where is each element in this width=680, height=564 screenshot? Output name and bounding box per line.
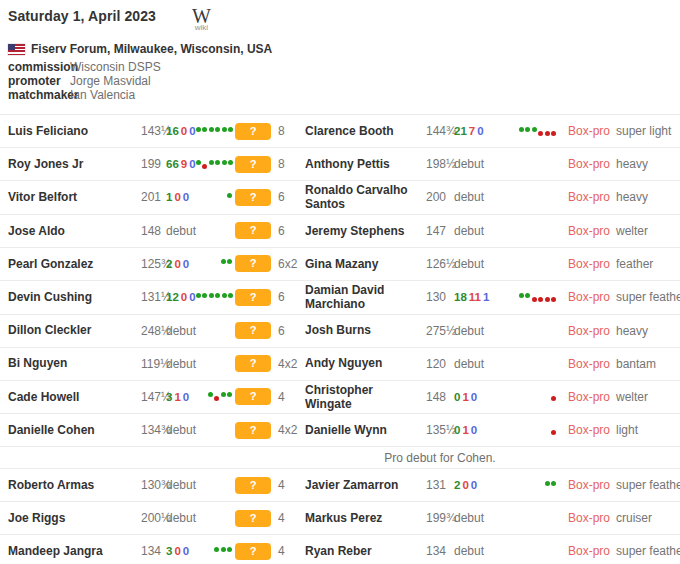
fighter2-name-link[interactable]: Josh Burns	[300, 323, 426, 337]
sport-link[interactable]: Box-pro	[558, 257, 610, 271]
fighter2-name-link[interactable]: Ryan Reber	[300, 544, 426, 558]
fighter2-record: debut	[454, 324, 484, 338]
fighter1-weight: 134	[141, 544, 166, 558]
fighter1-weight: 248½	[141, 324, 166, 338]
sport-link[interactable]: Box-pro	[558, 357, 610, 371]
fighter2-name-link[interactable]: Javier Zamarron	[300, 478, 426, 492]
fight-details-button[interactable]: ?	[235, 255, 271, 272]
fighter1-record-cell: debut	[166, 357, 234, 371]
meta-label: matchmaker	[8, 88, 70, 102]
fight-row: Cade Howell 147½ 310 ? 4 Christopher Win…	[0, 380, 680, 414]
sport-link[interactable]: Box-pro	[558, 290, 610, 304]
weight-class: super feather	[610, 290, 680, 304]
fighter1-name-link[interactable]: Vitor Belfort	[8, 190, 141, 204]
fighter1-last6-dots	[196, 291, 234, 304]
fighter1-last6-dots	[214, 545, 232, 558]
fighter1-weight: 143½	[141, 124, 166, 138]
fighter1-name-link[interactable]: Jose Aldo	[8, 224, 141, 238]
fighter2-last6-dots	[519, 125, 557, 138]
fighter1-name-link[interactable]: Mandeep Jangra	[8, 544, 141, 558]
sport-link[interactable]: Box-pro	[558, 324, 610, 338]
fighter2-record: debut	[454, 257, 484, 271]
fighter2-record-cell: debut	[454, 544, 558, 558]
fight-details-button[interactable]: ?	[235, 322, 271, 339]
fight-row: Jose Aldo 148 debut ? 6 Jeremy Stephens …	[0, 214, 680, 247]
fight-details-button[interactable]: ?	[235, 510, 271, 527]
fighter2-name-link[interactable]: Markus Perez	[300, 511, 426, 525]
fighter1-weight: 119½	[141, 357, 166, 371]
fighter2-weight: 198½	[426, 157, 454, 171]
weight-class: feather	[610, 257, 680, 271]
fighter2-record-cell: 2170	[454, 125, 558, 138]
fighter2-name-link[interactable]: Andy Nguyen	[300, 356, 426, 370]
fight-details-button[interactable]: ?	[235, 422, 271, 439]
fighter2-name-link[interactable]: Gina Mazany	[300, 257, 426, 271]
fighter2-weight: 130	[426, 290, 454, 304]
fighter1-name-link[interactable]: Pearl Gonzalez	[8, 257, 141, 271]
fighter1-weight: 201	[141, 190, 166, 204]
venue-link[interactable]: Fiserv Forum, Milwaukee, Wisconsin, USA	[8, 42, 680, 56]
fight-details-button[interactable]: ?	[235, 355, 271, 372]
fighter1-weight: 130¾	[141, 478, 166, 492]
sport-link[interactable]: Box-pro	[558, 124, 610, 138]
fighter1-record-cell: 1600	[166, 125, 234, 138]
sport-link[interactable]: Box-pro	[558, 511, 610, 525]
fight-details-button[interactable]: ?	[235, 543, 271, 560]
fighter2-name-link[interactable]: Jeremy Stephens	[300, 224, 426, 238]
fighter2-name-link[interactable]: Christopher Wingate	[300, 383, 426, 412]
fighter2-name-link[interactable]: Danielle Wynn	[300, 423, 426, 437]
fight-details-button[interactable]: ?	[235, 388, 271, 405]
fighter2-weight: 135½	[426, 423, 454, 437]
fighter1-name-link[interactable]: Danielle Cohen	[8, 423, 141, 437]
fighter1-name-link[interactable]: Roy Jones Jr	[8, 157, 141, 171]
fighter1-name-link[interactable]: Joe Riggs	[8, 511, 141, 525]
fighter2-record-cell: 200	[454, 479, 558, 492]
sport-link[interactable]: Box-pro	[558, 544, 610, 558]
weight-class: super feather	[610, 478, 680, 492]
fight-details-button[interactable]: ?	[235, 189, 271, 206]
fighter2-weight: 126½	[426, 257, 454, 271]
fight-details-button[interactable]: ?	[235, 222, 271, 239]
fight-row: Vitor Belfort 201 100 ? 6 Ronaldo Carval…	[0, 180, 680, 214]
fighter1-name-link[interactable]: Cade Howell	[8, 390, 141, 404]
scheduled-rounds: 8	[272, 157, 300, 171]
fighter2-weight: 120	[426, 357, 454, 371]
fight-details-button[interactable]: ?	[235, 123, 271, 140]
weight-class: super light	[610, 124, 680, 138]
sport-link[interactable]: Box-pro	[558, 224, 610, 238]
fighter2-record-cell: debut	[454, 157, 558, 171]
fighter2-record-cell: debut	[454, 224, 558, 238]
sport-link[interactable]: Box-pro	[558, 390, 610, 404]
fight-row: Dillon Cleckler 248½ debut ? 6 Josh Burn…	[0, 314, 680, 347]
fighter1-record: debut	[166, 357, 196, 371]
fighter2-record: debut	[454, 157, 484, 171]
fighter2-weight: 148	[426, 390, 454, 404]
sport-link[interactable]: Box-pro	[558, 190, 610, 204]
fight-row: Pearl Gonzalez 125¾ 200 ? 6x2 Gina Mazan…	[0, 247, 680, 280]
sport-link[interactable]: Box-pro	[558, 478, 610, 492]
event-page: Saturday 1, April 2023 W wiki Fiserv For…	[0, 0, 680, 564]
fighter1-weight: 125¾	[141, 257, 166, 271]
sport-link[interactable]: Box-pro	[558, 423, 610, 437]
fighter2-name-link[interactable]: Ronaldo Carvalho Santos	[300, 183, 426, 212]
fight-details-button[interactable]: ?	[235, 156, 271, 173]
fighter2-record-cell: debut	[454, 257, 558, 271]
fighter1-record-cell: 1200	[166, 291, 234, 304]
fighter1-name-link[interactable]: Luis Feliciano	[8, 124, 141, 138]
fighter1-record: 310	[166, 391, 189, 403]
scheduled-rounds: 4x2	[272, 357, 300, 371]
fighter2-name-link[interactable]: Clarence Booth	[300, 124, 426, 138]
fighter1-name-link[interactable]: Bi Nguyen	[8, 356, 141, 370]
fight-details-button[interactable]: ?	[235, 289, 271, 306]
fighter1-name-link[interactable]: Devin Cushing	[8, 290, 141, 304]
sport-link[interactable]: Box-pro	[558, 157, 610, 171]
fighter2-name-link[interactable]: Damian David Marchiano	[300, 283, 426, 312]
fighter2-name-link[interactable]: Anthony Pettis	[300, 157, 426, 171]
fighter1-name-link[interactable]: Dillon Cleckler	[8, 323, 141, 337]
meta-value: Wisconsin DSPS	[70, 60, 161, 74]
wiki-logo-link[interactable]: W wiki	[192, 6, 211, 32]
fighter2-record-cell: debut	[454, 190, 558, 204]
fight-details-button[interactable]: ?	[235, 477, 271, 494]
fight-card-table: Luis Feliciano 143½ 1600 ? 8 Clarence Bo…	[0, 114, 680, 564]
fighter1-name-link[interactable]: Roberto Armas	[8, 478, 141, 492]
